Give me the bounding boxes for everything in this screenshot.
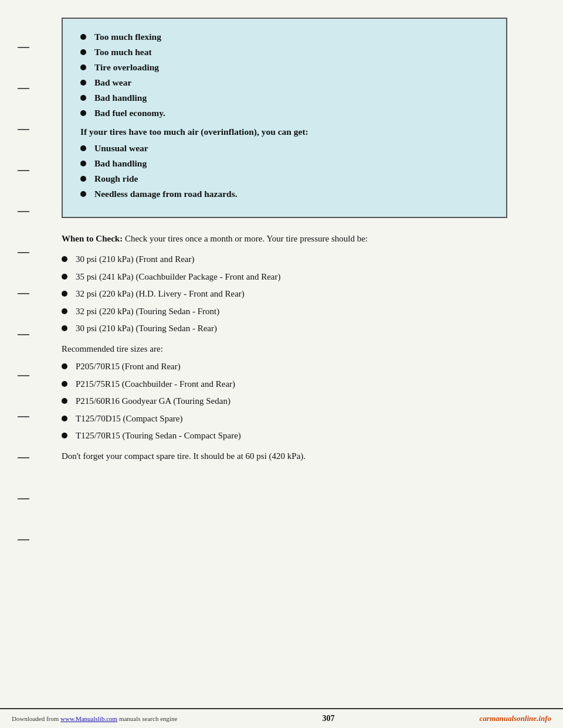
margin-mark bbox=[18, 47, 29, 48]
list-item: P205/70R15 (Front and Rear) bbox=[62, 360, 507, 373]
list-item: 32 psi (220 kPa) (Touring Sedan - Front) bbox=[62, 305, 507, 318]
list-item: Needless damage from road hazards. bbox=[80, 189, 489, 199]
margin-mark bbox=[18, 457, 29, 458]
list-item: Too much flexing bbox=[80, 32, 489, 42]
margin-mark bbox=[18, 539, 29, 540]
overinflation-list: Unusual wear Bad handling Rough ride Nee… bbox=[80, 143, 489, 199]
bullet-icon bbox=[62, 433, 67, 438]
bullet-icon bbox=[80, 95, 86, 101]
bullet-icon bbox=[80, 64, 86, 70]
margin-mark bbox=[18, 334, 29, 335]
list-item: Rough ride bbox=[80, 174, 489, 184]
bullet-icon bbox=[62, 308, 67, 314]
list-item: Bad fuel economy. bbox=[80, 108, 489, 118]
list-item: Bad handling bbox=[80, 93, 489, 103]
list-item-text: Bad fuel economy. bbox=[94, 108, 165, 118]
when-to-check-paragraph: When to Check: Check your tires once a m… bbox=[62, 232, 507, 246]
bullet-icon bbox=[80, 110, 86, 116]
margin-mark bbox=[18, 88, 29, 89]
margin-mark bbox=[18, 211, 29, 212]
bullet-icon bbox=[62, 274, 67, 280]
list-item-text: Needless damage from road hazards. bbox=[94, 189, 238, 199]
info-box: Too much flexing Too much heat Tire over… bbox=[62, 18, 507, 218]
bullet-icon bbox=[80, 49, 86, 55]
margin-mark bbox=[18, 293, 29, 294]
list-item: Too much heat bbox=[80, 47, 489, 57]
overinflation-intro: If your tires have too much air (overinf… bbox=[80, 127, 489, 137]
bullet-icon bbox=[80, 161, 86, 166]
list-item-text: 30 psi (210 kPa) (Front and Rear) bbox=[76, 253, 194, 266]
list-item: P215/75R15 (Coachbuilder - Front and Rea… bbox=[62, 377, 507, 391]
list-item-text: P215/75R15 (Coachbuilder - Front and Rea… bbox=[76, 377, 235, 391]
bullet-icon bbox=[62, 256, 67, 262]
bullet-icon bbox=[80, 176, 86, 182]
dont-forget-paragraph: Don't forget your compact spare tire. It… bbox=[62, 450, 507, 463]
list-item-text: T125/70D15 (Compact Spare) bbox=[76, 412, 182, 426]
list-item: T125/70D15 (Compact Spare) bbox=[62, 412, 507, 426]
margin-mark bbox=[18, 129, 29, 130]
footer-left: Downloaded from www.Manualslib.com manua… bbox=[12, 715, 177, 722]
tire-sizes-list: P205/70R15 (Front and Rear) P215/75R15 (… bbox=[62, 360, 507, 443]
margin-mark bbox=[18, 170, 29, 171]
margin-mark bbox=[18, 498, 29, 499]
bullet-icon bbox=[80, 34, 86, 40]
list-item-text: P215/60R16 Goodyear GA (Touring Sedan) bbox=[76, 394, 230, 408]
bullet-icon bbox=[62, 325, 67, 331]
content-area: Too much flexing Too much heat Tire over… bbox=[62, 18, 507, 463]
list-item: T125/70R15 (Touring Sedan - Compact Spar… bbox=[62, 429, 507, 443]
list-item-text: 32 psi (220 kPa) (H.D. Livery - Front an… bbox=[76, 287, 245, 301]
list-item: 35 psi (241 kPa) (Coachbuilder Package -… bbox=[62, 270, 507, 284]
when-to-check-text: Check your tires once a month or more. Y… bbox=[123, 234, 368, 243]
list-item-text: Rough ride bbox=[94, 174, 138, 184]
list-item: P215/60R16 Goodyear GA (Touring Sedan) bbox=[62, 394, 507, 408]
recommended-label: Recommended tire sizes are: bbox=[62, 342, 507, 356]
bullet-icon bbox=[80, 191, 86, 197]
footer-brand: carmanualsonline.info bbox=[480, 714, 551, 723]
list-item: 30 psi (210 kPa) (Touring Sedan - Rear) bbox=[62, 322, 507, 335]
page: Too much flexing Too much heat Tire over… bbox=[0, 0, 563, 728]
bullet-icon bbox=[62, 416, 67, 421]
bullet-icon bbox=[62, 398, 67, 404]
margin-mark bbox=[18, 416, 29, 417]
list-item: 30 psi (210 kPa) (Front and Rear) bbox=[62, 253, 507, 266]
list-item-text: Tire overloading bbox=[94, 62, 159, 73]
bullet-icon bbox=[62, 291, 67, 297]
underinflation-list: Too much flexing Too much heat Tire over… bbox=[80, 32, 489, 118]
margin-marks bbox=[18, 47, 29, 540]
list-item-text: 30 psi (210 kPa) (Touring Sedan - Rear) bbox=[76, 322, 217, 335]
bullet-icon bbox=[62, 381, 67, 387]
list-item: Tire overloading bbox=[80, 62, 489, 73]
list-item: 32 psi (220 kPa) (H.D. Livery - Front an… bbox=[62, 287, 507, 301]
footer: Downloaded from www.Manualslib.com manua… bbox=[0, 708, 563, 728]
list-item: Bad handling bbox=[80, 158, 489, 169]
footer-suffix-text: manuals search engine bbox=[117, 715, 177, 722]
list-item-text: T125/70R15 (Touring Sedan - Compact Spar… bbox=[76, 429, 241, 443]
list-item-text: P205/70R15 (Front and Rear) bbox=[76, 360, 181, 373]
list-item-text: Bad handling bbox=[94, 93, 147, 103]
footer-downloaded-text: Downloaded from bbox=[12, 715, 60, 722]
list-item-text: Bad handling bbox=[94, 158, 147, 169]
list-item-text: Unusual wear bbox=[94, 143, 148, 154]
list-item-text: 32 psi (220 kPa) (Touring Sedan - Front) bbox=[76, 305, 219, 318]
list-item-text: 35 psi (241 kPa) (Coachbuilder Package -… bbox=[76, 270, 281, 284]
bullet-icon bbox=[80, 80, 86, 86]
footer-page-number: 307 bbox=[323, 714, 335, 723]
margin-mark bbox=[18, 252, 29, 253]
footer-manualslib-link[interactable]: www.Manualslib.com bbox=[60, 715, 117, 722]
list-item: Bad wear bbox=[80, 77, 489, 88]
list-item: Unusual wear bbox=[80, 143, 489, 154]
pressure-list: 30 psi (210 kPa) (Front and Rear) 35 psi… bbox=[62, 253, 507, 335]
list-item-text: Too much heat bbox=[94, 47, 152, 57]
bullet-icon bbox=[80, 145, 86, 151]
when-to-check-label: When to Check: bbox=[62, 234, 123, 243]
list-item-text: Bad wear bbox=[94, 77, 131, 88]
list-item-text: Too much flexing bbox=[94, 32, 161, 42]
bullet-icon bbox=[62, 363, 67, 369]
margin-mark bbox=[18, 375, 29, 376]
